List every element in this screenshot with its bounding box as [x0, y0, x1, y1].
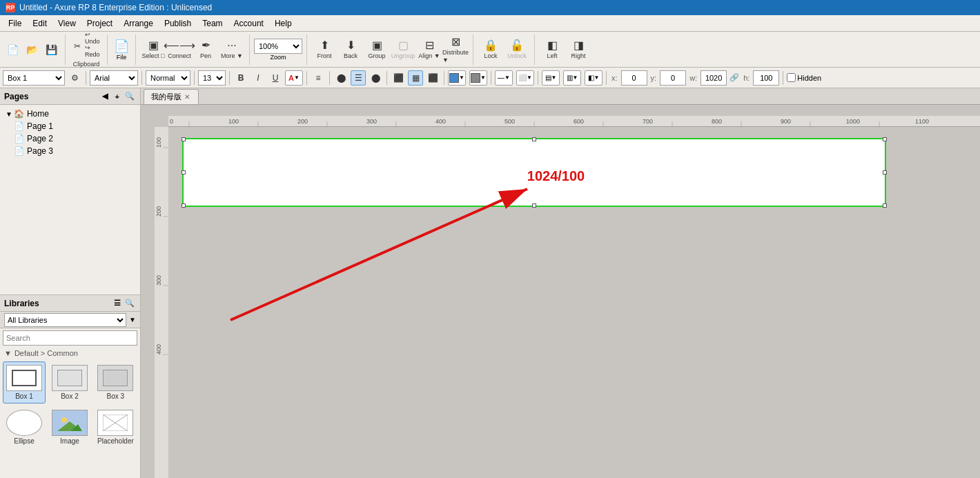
valign-top-button[interactable]: ⬛: [391, 70, 406, 86]
lib-item-placeholder[interactable]: Placeholder: [94, 406, 137, 448]
italic-button[interactable]: I: [251, 70, 266, 86]
page-item-home[interactable]: ▼ 🏠 Home: [0, 108, 140, 120]
widget-properties-button[interactable]: ⚙: [67, 70, 82, 86]
redo-button[interactable]: ↪ Redo: [85, 45, 101, 57]
bullet-button[interactable]: ≡: [311, 70, 326, 86]
page-item-3[interactable]: 📄 Page 3: [0, 145, 140, 157]
cut-button[interactable]: ✂: [71, 32, 84, 61]
menu-project[interactable]: Project: [81, 17, 118, 30]
lib-item-box2[interactable]: Box 2: [48, 361, 91, 404]
left-pos-button[interactable]: ◧ Left: [539, 35, 565, 64]
unlock-button[interactable]: 🔓 Unlock: [504, 35, 530, 64]
zoom-select[interactable]: 100% 50% 75% 150% 200%: [254, 39, 302, 54]
text-color-button[interactable]: A ▼: [285, 70, 303, 86]
more-button[interactable]: ··· More ▼: [219, 35, 245, 64]
y-input[interactable]: 0: [660, 70, 686, 86]
close-tab-button[interactable]: ✕: [184, 93, 190, 101]
resize-handle-tm[interactable]: [532, 137, 536, 141]
widget-selector[interactable]: Box 1: [3, 70, 65, 86]
pages-expand-btn[interactable]: ◀: [99, 90, 111, 103]
text-color-dropdown[interactable]: ▼: [294, 74, 300, 81]
lib-item-box3[interactable]: Box 3: [94, 361, 137, 404]
lib-item-image[interactable]: Image: [48, 406, 91, 448]
valign-bottom-button[interactable]: ⬛: [425, 70, 440, 86]
pages-search-btn[interactable]: 🔍: [124, 90, 136, 103]
right-pos-button[interactable]: ◨ Right: [565, 35, 591, 64]
page-item-1[interactable]: 📄 Page 1: [0, 120, 140, 132]
menu-file[interactable]: File: [3, 17, 27, 30]
canvas-scroll[interactable]: 0 100 200 300 400 500 600: [141, 105, 980, 478]
select-button[interactable]: ▣ Select □: [140, 35, 166, 64]
master-frame[interactable]: [182, 138, 886, 207]
save-button[interactable]: 💾: [41, 35, 61, 64]
align-left-button[interactable]: ⬤: [333, 70, 349, 86]
fill-color-dropdown[interactable]: ▼: [459, 74, 464, 81]
resize-handle-tl[interactable]: [182, 137, 186, 141]
library-dropdown-arrow[interactable]: ▼: [129, 316, 136, 323]
open-button[interactable]: 📂: [22, 35, 41, 64]
undo-button[interactable]: ↩ Undo: [85, 32, 101, 44]
stroke-color-dropdown[interactable]: ▼: [480, 74, 486, 81]
bold-button[interactable]: B: [233, 70, 248, 86]
w-input[interactable]: 1020: [700, 70, 727, 86]
frame-container[interactable]: [182, 138, 890, 221]
home-expand-arrow[interactable]: ▼: [6, 110, 12, 118]
ungroup-button[interactable]: ▢ Ungroup: [390, 35, 416, 64]
line-style-dropdown[interactable]: ▼: [504, 74, 510, 81]
stroke-color-button[interactable]: ▼: [469, 70, 487, 86]
canvas-tab-master[interactable]: 我的母版 ✕: [144, 89, 199, 104]
libraries-search-btn[interactable]: 🔍: [124, 297, 136, 310]
connect-button[interactable]: ⟵⟶ Connect: [166, 35, 193, 64]
menu-edit[interactable]: Edit: [27, 17, 52, 30]
h-input[interactable]: 100: [753, 70, 779, 86]
valign-middle-button[interactable]: ▦: [408, 70, 423, 86]
dot-style-dropdown[interactable]: ▼: [527, 74, 532, 81]
align-right-button[interactable]: ⬤: [368, 70, 383, 86]
lib-item-box1[interactable]: Box 1: [3, 361, 46, 404]
menu-view[interactable]: View: [52, 17, 81, 30]
menu-team[interactable]: Team: [197, 17, 228, 30]
x-input[interactable]: 0: [621, 70, 647, 86]
border-thickness-button[interactable]: ▤ ▼: [542, 70, 560, 86]
distribute-button[interactable]: ⊠ Distribute ▼: [442, 35, 469, 64]
front-button[interactable]: ⬆ Front: [311, 35, 337, 64]
library-search[interactable]: [3, 330, 137, 346]
shadow-dropdown[interactable]: ▼: [594, 74, 600, 81]
back-button[interactable]: ⬇ Back: [337, 35, 364, 64]
design-canvas[interactable]: 1024/100: [168, 127, 980, 478]
align-center-button[interactable]: ☰: [351, 70, 366, 86]
resize-handle-mr[interactable]: [883, 170, 887, 175]
pages-add-btn[interactable]: +: [111, 90, 124, 103]
lib-item-ellipse[interactable]: Ellipse: [3, 406, 46, 448]
dot-style-button[interactable]: ⬜ ▼: [516, 70, 534, 86]
fill-color-button[interactable]: ▼: [448, 70, 466, 86]
library-select[interactable]: All Libraries Default Custom: [4, 313, 126, 327]
hidden-checkbox[interactable]: [787, 73, 796, 82]
underline-button[interactable]: U: [268, 70, 283, 86]
pen-button[interactable]: ✒ Pen: [193, 35, 219, 64]
border-sides-dropdown[interactable]: ▼: [573, 74, 578, 81]
menu-publish[interactable]: Publish: [159, 17, 197, 30]
lock-button[interactable]: 🔒 Lock: [478, 35, 504, 64]
resize-handle-bl[interactable]: [182, 203, 186, 208]
border-sides-button[interactable]: ▥ ▼: [563, 70, 581, 86]
menu-arrange[interactable]: Arrange: [118, 17, 159, 30]
menu-account[interactable]: Account: [228, 17, 269, 30]
font-family-select[interactable]: Arial: [90, 70, 138, 86]
font-style-select[interactable]: Normal Bold Italic: [146, 70, 190, 86]
page-item-2[interactable]: 📄 Page 2: [0, 132, 140, 145]
resize-handle-br[interactable]: [883, 203, 887, 208]
resize-handle-tr[interactable]: [883, 137, 887, 141]
group-button[interactable]: ▣ Group: [364, 35, 390, 64]
resize-handle-ml[interactable]: [182, 170, 186, 175]
border-thickness-dropdown[interactable]: ▼: [551, 74, 557, 81]
libraries-menu-btn[interactable]: ☰: [111, 297, 124, 310]
font-size-select[interactable]: 13 89101112 14161824: [198, 70, 226, 86]
menu-help[interactable]: Help: [269, 17, 297, 30]
lib-section-header[interactable]: ▼ Default > Common: [0, 348, 140, 359]
resize-handle-bm[interactable]: [532, 203, 536, 208]
shadow-button[interactable]: ◧ ▼: [585, 70, 602, 86]
new-button[interactable]: 📄: [3, 35, 22, 64]
align-button[interactable]: ⊟ Align ▼: [416, 35, 442, 64]
line-style-button[interactable]: — ▼: [495, 70, 513, 86]
